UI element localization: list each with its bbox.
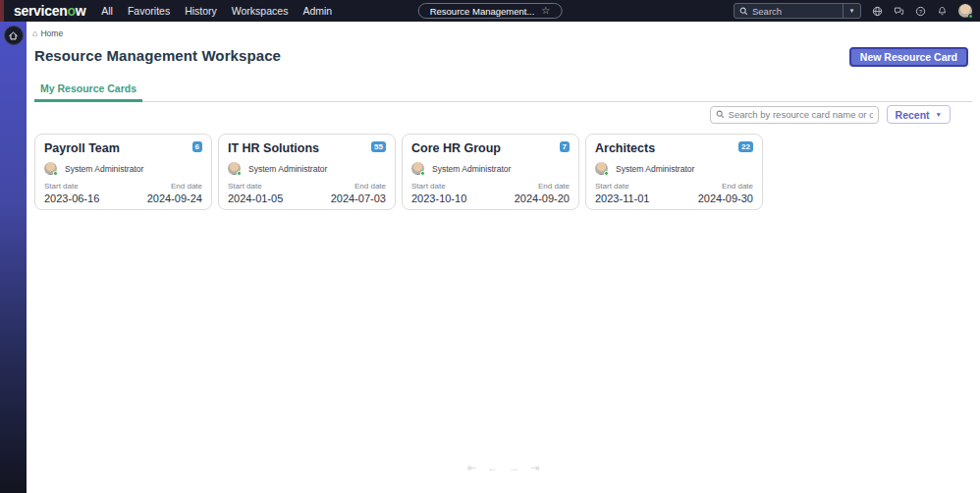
start-date-value: 2023-11-01 <box>595 192 649 204</box>
presence-indicator <box>604 171 609 176</box>
presence-indicator <box>968 14 973 19</box>
presence-indicator <box>237 171 242 176</box>
servicenow-logo[interactable]: servicenow <box>14 3 85 19</box>
end-date-value: 2024-09-30 <box>698 192 753 204</box>
card-count-badge: 55 <box>371 141 386 152</box>
page-header: Resource Management Workspace New Resour… <box>34 47 968 67</box>
card-title[interactable]: Architects <box>595 141 655 155</box>
global-search[interactable]: Search ▼ <box>734 3 861 19</box>
end-date-value: 2024-09-20 <box>515 192 570 204</box>
start-date-value: 2023-10-10 <box>411 192 466 204</box>
pagination-prev-icon[interactable]: ← <box>487 463 498 473</box>
end-date-value: 2024-09-24 <box>147 192 202 204</box>
global-search-placeholder: Search <box>752 6 782 17</box>
new-resource-card-button[interactable]: New Resource Card <box>849 47 968 67</box>
tabs-row: My Resource Cards <box>34 79 972 102</box>
card-search-input[interactable] <box>729 109 873 120</box>
start-date-label: Start date <box>595 182 649 191</box>
end-date-label: End date <box>147 182 202 191</box>
nav-item-history[interactable]: History <box>185 5 217 17</box>
card-count-badge: 22 <box>738 141 753 152</box>
card-owner: System Administrator <box>65 164 143 174</box>
end-date-label: End date <box>331 182 386 191</box>
notifications-bell-icon[interactable] <box>937 6 948 17</box>
owner-avatar <box>228 162 241 175</box>
breadcrumb[interactable]: ⌂ Home <box>27 22 980 38</box>
favorite-star-icon[interactable]: ☆ <box>541 6 550 16</box>
pagination-first-icon[interactable]: ⇤ <box>467 463 476 473</box>
sort-recent-button[interactable]: Recent ▼ <box>887 105 951 124</box>
user-avatar[interactable] <box>958 4 972 18</box>
card-title[interactable]: Core HR Group <box>411 141 501 155</box>
nav-item-favorites[interactable]: Favorites <box>128 5 170 17</box>
main-content: ⌂ Home Resource Management Workspace New… <box>27 22 980 493</box>
help-icon[interactable]: ? <box>915 6 926 17</box>
resource-card[interactable]: Payroll Team 6 System Administrator Star… <box>34 134 212 210</box>
card-owner: System Administrator <box>248 164 327 174</box>
sidebar-home-button[interactable] <box>4 26 24 45</box>
breadcrumb-home-icon: ⌂ <box>32 29 37 38</box>
pagination-last-icon[interactable]: ⇥ <box>530 463 539 473</box>
active-workspace-label: Resource Management... <box>430 6 535 17</box>
pagination-next-icon[interactable]: → <box>509 463 519 473</box>
search-icon <box>739 7 748 16</box>
owner-avatar <box>595 162 608 175</box>
home-icon <box>8 30 19 41</box>
logo-text-end: w <box>76 3 86 19</box>
search-scope-caret[interactable]: ▼ <box>843 4 860 18</box>
primary-nav: All Favorites History Workspaces Admin <box>101 5 332 17</box>
breadcrumb-home-label[interactable]: Home <box>40 28 63 38</box>
logo-green-o: o <box>67 3 75 19</box>
start-date-label: Start date <box>411 182 466 191</box>
nav-item-admin[interactable]: Admin <box>302 5 332 17</box>
globe-icon[interactable] <box>872 6 883 17</box>
nav-right-controls: Search ▼ ? <box>734 3 972 19</box>
search-icon <box>716 110 725 119</box>
pagination: ⇤ ← → ⇥ <box>467 463 539 473</box>
logo-text: servicen <box>14 3 67 19</box>
page-title: Resource Management Workspace <box>34 47 281 64</box>
resource-card[interactable]: Architects 22 System Administrator Start… <box>585 134 763 210</box>
active-workspace-container: Resource Management... ☆ <box>418 3 563 19</box>
card-search-field[interactable] <box>710 106 879 124</box>
card-count-badge: 7 <box>560 141 570 152</box>
owner-avatar <box>411 162 424 175</box>
nav-item-workspaces[interactable]: Workspaces <box>232 5 289 17</box>
svg-text:?: ? <box>919 8 922 14</box>
start-date-value: 2024-01-05 <box>228 192 283 204</box>
left-sidebar <box>0 22 27 493</box>
end-date-label: End date <box>515 182 570 191</box>
owner-avatar <box>44 162 57 175</box>
card-owner: System Administrator <box>432 164 511 174</box>
start-date-label: Start date <box>44 182 99 191</box>
start-date-label: Start date <box>228 182 283 191</box>
card-owner: System Administrator <box>616 164 694 174</box>
sort-recent-label: Recent <box>896 109 930 121</box>
card-count-badge: 6 <box>192 141 202 152</box>
resource-card-list: Payroll Team 6 System Administrator Star… <box>34 134 980 210</box>
start-date-value: 2023-06-16 <box>44 192 99 204</box>
presence-indicator <box>420 171 425 176</box>
top-nav: servicenow All Favorites History Workspa… <box>0 0 980 22</box>
chevron-down-icon: ▼ <box>936 111 942 118</box>
chat-icon[interactable] <box>894 6 904 17</box>
presence-indicator <box>53 171 58 176</box>
card-title[interactable]: Payroll Team <box>44 141 120 155</box>
end-date-label: End date <box>698 182 753 191</box>
card-toolbar: Recent ▼ <box>27 105 951 124</box>
active-workspace-tab[interactable]: Resource Management... ☆ <box>418 3 563 19</box>
resource-card[interactable]: Core HR Group 7 System Administrator Sta… <box>402 134 579 210</box>
tab-my-resource-cards[interactable]: My Resource Cards <box>34 80 142 102</box>
end-date-value: 2024-07-03 <box>331 192 386 204</box>
screen-edge-sliver <box>0 0 4 22</box>
card-title[interactable]: IT HR Solutions <box>228 141 319 155</box>
nav-item-all[interactable]: All <box>101 5 113 17</box>
resource-card[interactable]: IT HR Solutions 55 System Administrator … <box>218 134 396 210</box>
